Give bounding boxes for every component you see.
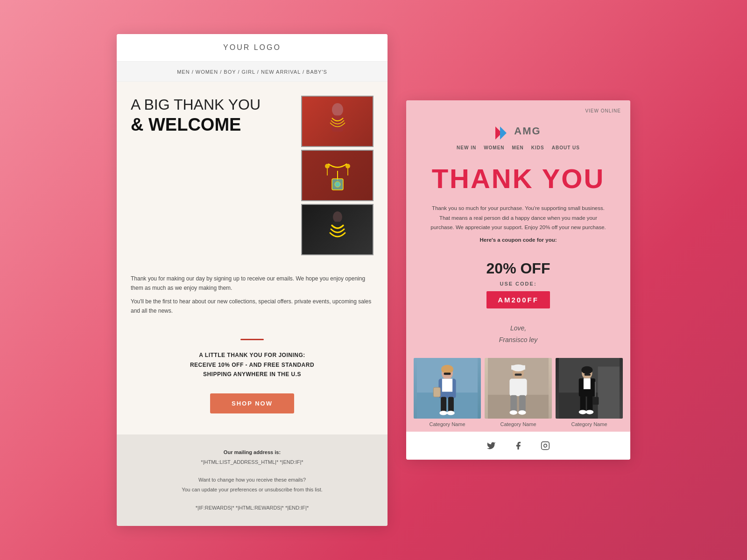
- category-image-1: [414, 358, 481, 419]
- divider: [240, 339, 264, 340]
- svg-point-44: [581, 366, 592, 374]
- footer-address: *|HTML:LIST_ADDRESS_HTML|* *|END:IF|*: [131, 457, 374, 467]
- coupon-label: Here's a coupon code for you:: [430, 235, 607, 245]
- nav-items: MEN / WOMEN / BOY / GIRL / NEW ARRIVAL /…: [177, 69, 327, 75]
- twitter-icon[interactable]: [485, 439, 498, 452]
- right-logo-text: AMG: [514, 125, 541, 137]
- nav-kids[interactable]: KIDS: [531, 145, 544, 150]
- left-body: Thank you for making our day by signing …: [117, 265, 388, 329]
- right-nav: NEW IN WOMEN MEN KIDS ABOUT US: [457, 142, 580, 157]
- svg-point-3: [335, 182, 340, 187]
- view-online[interactable]: VIEW ONLINE: [585, 108, 621, 113]
- left-footer: Our mailing address is: *|HTML:LIST_ADDR…: [117, 434, 388, 526]
- shop-now-button[interactable]: SHOP NOW: [210, 393, 294, 413]
- svg-rect-21: [488, 395, 549, 419]
- right-body-text: Thank you so much for your purchase. You…: [406, 196, 630, 252]
- promo-text: A LITTLE THANK YOU FOR JOINING:A LITTLE …: [131, 350, 374, 379]
- category-item-2: Category Name: [485, 358, 552, 427]
- svg-rect-30: [515, 373, 522, 376]
- hero-image-3: [301, 204, 374, 255]
- category-image-2: [485, 358, 552, 419]
- right-footer: [406, 432, 630, 460]
- svg-point-18: [441, 365, 453, 374]
- svg-point-0: [332, 103, 343, 116]
- right-body-paragraph: Thank you so much for your purchase. You…: [430, 203, 607, 232]
- svg-rect-7: [333, 222, 342, 240]
- hero-image-2: [301, 150, 374, 201]
- body-text-1: Thank you for making our day by signing …: [131, 274, 374, 293]
- svg-rect-13: [441, 397, 446, 413]
- footer-address-label: Our mailing address is:: [224, 449, 281, 455]
- svg-rect-12: [442, 379, 452, 392]
- discount-amount: 20% OFF: [420, 260, 616, 277]
- logo-text: YOUR LOGO: [223, 43, 281, 51]
- svg-point-39: [579, 410, 587, 414]
- svg-rect-26: [510, 395, 517, 412]
- category-name-3: Category Name: [571, 421, 607, 427]
- thank-you-heading: THANK YOU: [420, 165, 616, 192]
- svg-rect-24: [511, 365, 525, 370]
- nav-about[interactable]: ABOUT US: [552, 145, 580, 150]
- svg-rect-25: [509, 379, 527, 396]
- svg-rect-38: [587, 396, 592, 411]
- svg-rect-37: [580, 396, 586, 411]
- logo-icon: [495, 125, 509, 138]
- category-grid: Category Name: [406, 353, 630, 432]
- hero-images: [301, 96, 374, 255]
- footer-preferences-2: You can update your preferences or unsub…: [131, 485, 374, 495]
- svg-point-15: [439, 411, 447, 415]
- footer-preferences: Want to change how you receive these ema…: [131, 475, 374, 485]
- jewelry-icon-1: [302, 97, 373, 146]
- right-email-card: VIEW ONLINE AMG NEW IN WOMEN MEN KIDS AB…: [406, 100, 630, 460]
- svg-rect-1: [332, 115, 343, 132]
- svg-rect-27: [519, 395, 526, 412]
- hero-text: A BIG THANK YOU & WELCOME: [131, 96, 292, 135]
- svg-point-6: [333, 211, 342, 223]
- left-nav: MEN / WOMEN / BOY / GIRL / NEW ARRIVAL /…: [117, 62, 388, 82]
- discount-section: 20% OFF: [406, 252, 630, 281]
- svg-point-16: [447, 411, 455, 415]
- category-name-2: Category Name: [500, 421, 536, 427]
- category-image-3: [556, 358, 623, 419]
- right-logo-area: AMG NEW IN WOMEN MEN KIDS ABOUT US: [406, 120, 630, 161]
- sign-off-name: Fransisco ley: [420, 334, 616, 346]
- left-promo: A LITTLE THANK YOU FOR JOINING:A LITTLE …: [117, 350, 388, 384]
- svg-rect-45: [542, 442, 550, 450]
- svg-rect-17: [433, 387, 440, 397]
- hero-title-1: A BIG THANK YOU: [131, 96, 292, 113]
- left-email-card: YOUR LOGO MEN / WOMEN / BOY / GIRL / NEW…: [117, 34, 388, 526]
- sign-off-love: Love,: [420, 322, 616, 334]
- facebook-icon[interactable]: [512, 439, 525, 452]
- left-header: YOUR LOGO: [117, 34, 388, 62]
- right-logo: AMG: [495, 125, 541, 138]
- left-hero: A BIG THANK YOU & WELCOME: [117, 82, 388, 265]
- svg-point-40: [586, 410, 594, 414]
- hero-title-2: & WELCOME: [131, 115, 292, 135]
- nav-men[interactable]: MEN: [512, 145, 524, 150]
- instagram-icon[interactable]: [539, 439, 552, 452]
- jewelry-icon-3: [302, 205, 373, 254]
- right-top-bar: VIEW ONLINE: [406, 100, 630, 120]
- svg-point-29: [518, 410, 526, 414]
- category-item-1: Category Name: [414, 358, 481, 427]
- sign-off: Love, Fransisco ley: [406, 319, 630, 353]
- svg-rect-14: [448, 397, 454, 413]
- hero-image-1: [301, 96, 374, 147]
- category-item-3: Category Name: [556, 358, 623, 427]
- footer-rewards: *|IF:REWARDS|* *|HTML:REWARDS|* *|END:IF…: [131, 503, 374, 513]
- svg-rect-33: [598, 367, 620, 419]
- use-code-label: USE CODE:: [420, 281, 616, 287]
- svg-rect-2: [332, 179, 343, 190]
- jewelry-icon-2: [302, 151, 373, 200]
- nav-new-in[interactable]: NEW IN: [457, 145, 476, 150]
- category-name-1: Category Name: [429, 421, 465, 427]
- svg-point-28: [509, 410, 517, 414]
- use-code-section: USE CODE: AM200FF: [406, 281, 630, 319]
- coupon-code: AM200FF: [486, 291, 550, 308]
- svg-point-5: [345, 164, 350, 168]
- body-text-2: You'll be the first to hear about our ne…: [131, 297, 374, 316]
- nav-women[interactable]: WOMEN: [484, 145, 504, 150]
- svg-rect-36: [584, 378, 591, 389]
- svg-rect-43: [592, 397, 599, 405]
- svg-point-4: [325, 164, 330, 168]
